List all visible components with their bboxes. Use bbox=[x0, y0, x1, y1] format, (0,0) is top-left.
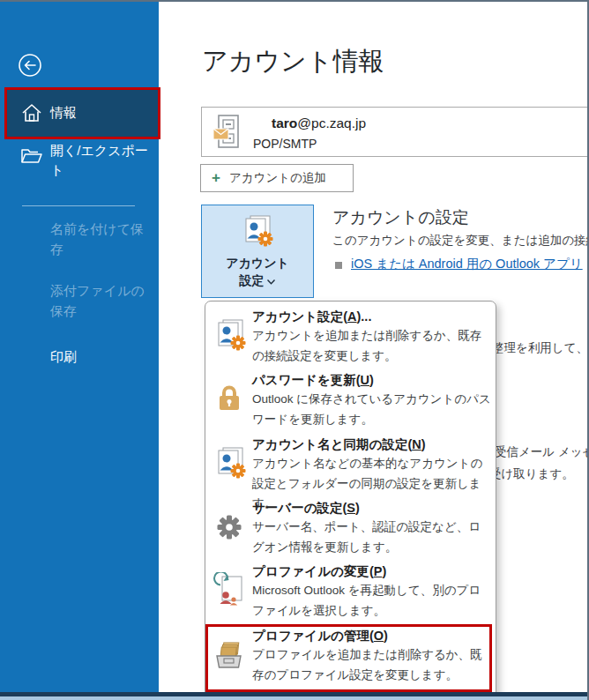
account-protocol: POP/SMTP bbox=[253, 137, 317, 151]
profile-drawer-icon bbox=[213, 641, 247, 676]
sidebar-divider bbox=[22, 205, 135, 206]
add-account-label: アカウントの追加 bbox=[229, 170, 326, 186]
account-email: taro@pc.zaq.jp bbox=[272, 115, 366, 131]
background-text-fragment: 受信メール メッセ bbox=[495, 444, 589, 460]
background-text-fragment: 受け取ります。 bbox=[489, 466, 574, 482]
window-border-top bbox=[0, 0, 589, 2]
outlook-app-link[interactable]: iOS または Android 用の Outlook アプリ bbox=[351, 256, 583, 272]
menu-item-server-settings[interactable]: サーバーの設定(S) サーバー名、ポート、認証の設定など、ログオン情報を更新しま… bbox=[205, 499, 496, 562]
account-user: taro bbox=[272, 115, 297, 130]
sidebar-item-open-export[interactable]: 開く/エクスポート bbox=[4, 134, 160, 189]
page-title: アカウント情報 bbox=[202, 44, 384, 79]
menu-item-account-name-sync[interactable]: アカウント名と同期の設定(N) アカウント名などの基本的なアカウントの設定とフォ… bbox=[205, 436, 496, 499]
plus-icon: + bbox=[212, 169, 220, 187]
menu-item-title: サーバーの設定(S) bbox=[252, 499, 492, 518]
profile-change-icon bbox=[213, 572, 247, 607]
menu-item-title: アカウント名と同期の設定(N) bbox=[252, 436, 492, 454]
back-arrow-icon bbox=[18, 65, 42, 80]
account-settings-label-1: アカウント bbox=[202, 254, 313, 272]
sidebar-item-print[interactable]: 印刷 bbox=[50, 349, 149, 366]
window-below-highlight bbox=[0, 696, 589, 700]
menu-item-description: Outlook に保存されているアカウントのパスワードを更新します。 bbox=[252, 390, 492, 429]
menu-item-change-profile[interactable]: プロファイルの変更(P) Microsoft Outlook を再起動して、別の… bbox=[205, 562, 496, 626]
gear-icon bbox=[213, 511, 247, 547]
menu-item-title: プロファイルの変更(P) bbox=[252, 562, 492, 581]
sidebar-item-save-attachments: 添付ファイルの保存 bbox=[50, 280, 149, 321]
bullet-square-icon bbox=[335, 262, 342, 269]
settings-section-heading: アカウントの設定 bbox=[332, 206, 469, 229]
menu-item-account-settings[interactable]: アカウント設定(A)... アカウントを追加または削除するか、既存の接続設定を変… bbox=[205, 308, 496, 371]
padlock-icon bbox=[213, 383, 247, 418]
account-settings-icon bbox=[202, 213, 313, 252]
back-button[interactable] bbox=[18, 53, 42, 78]
menu-item-update-password[interactable]: パスワードを更新(U) Outlook に保存されているアカウントのパスワードを… bbox=[205, 371, 496, 435]
menu-item-description: サーバー名、ポート、認証の設定など、ログオン情報を更新します。 bbox=[252, 518, 492, 557]
add-account-button[interactable]: + アカウントの追加 bbox=[200, 164, 354, 192]
menu-item-description: Microsoft Outlook を再起動して、別のプロファイルを選択します。 bbox=[252, 581, 492, 621]
menu-item-description: プロファイルを追加または削除するか、既存のプロファイル設定を変更します。 bbox=[252, 645, 492, 685]
account-settings-button[interactable]: アカウント 設定 bbox=[201, 205, 314, 298]
menu-item-description: アカウントを追加または削除するか、既存の接続設定を変更します。 bbox=[252, 326, 492, 366]
open-folder-icon bbox=[20, 146, 43, 168]
account-domain: @pc.zaq.jp bbox=[297, 115, 366, 130]
menu-item-title: プロファイルの管理(O) bbox=[252, 627, 492, 645]
sidebar-item-info[interactable]: 情報 bbox=[4, 88, 160, 138]
menu-item-manage-profiles[interactable]: プロファイルの管理(O) プロファイルを追加または削除するか、既存のプロファイル… bbox=[205, 627, 496, 690]
menu-item-title: パスワードを更新(U) bbox=[252, 371, 492, 390]
outlook-backstage-window: 情報 開く/エクスポート 名前を付けて保存 添付ファイルの保存 印刷 アカウント… bbox=[0, 0, 589, 700]
mailbox-cabinet-icon bbox=[212, 114, 242, 154]
settings-section-description: このアカウントの設定を変更、または追加の接続を bbox=[332, 233, 589, 249]
menu-item-title: アカウント設定(A)... bbox=[252, 308, 492, 326]
backstage-sidebar: 情報 開く/エクスポート 名前を付けて保存 添付ファイルの保存 印刷 bbox=[0, 0, 159, 700]
account-sync-icon bbox=[213, 445, 247, 480]
background-text-fragment: 整理を利用して、 bbox=[492, 340, 588, 356]
chevron-down-icon bbox=[267, 273, 275, 287]
account-settings-icon bbox=[213, 317, 247, 353]
home-icon bbox=[20, 102, 43, 126]
account-settings-dropdown-menu: アカウント設定(A)... アカウントを追加または削除するか、既存の接続設定を変… bbox=[205, 301, 496, 700]
sidebar-item-label: 情報 bbox=[50, 105, 77, 122]
account-settings-label-2: 設定 bbox=[240, 273, 265, 287]
sidebar-item-save-as: 名前を付けて保存 bbox=[50, 219, 149, 259]
sidebar-item-label: 開く/エクスポート bbox=[50, 141, 156, 180]
